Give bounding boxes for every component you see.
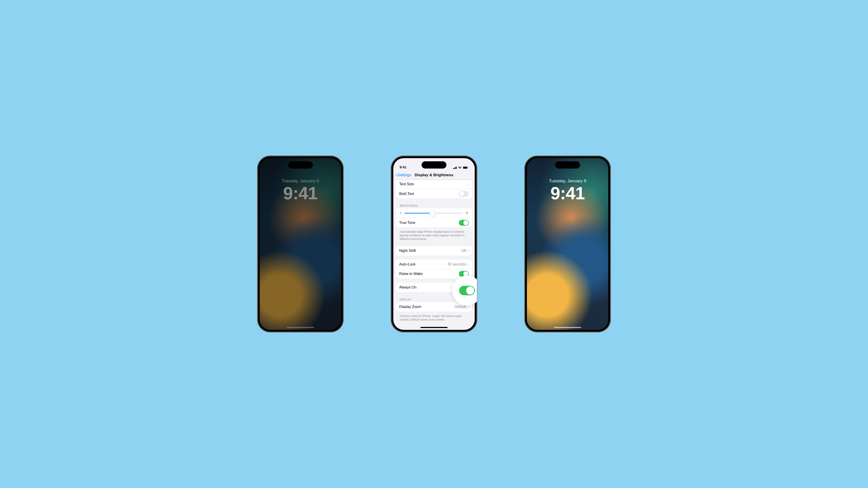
lockscreen-time: 9:41 xyxy=(527,183,608,203)
dynamic-island xyxy=(288,161,313,168)
chevron-left-icon: ‹ xyxy=(395,172,397,178)
row-brightness-slider[interactable]: ☀︎ ☀︎ xyxy=(396,208,472,218)
battery-icon xyxy=(463,166,468,169)
slider-thumb[interactable] xyxy=(430,210,435,216)
row-value: Default xyxy=(455,305,466,309)
row-value: 30 seconds xyxy=(447,262,466,266)
section-header-brightness: BRIGHTNESS xyxy=(396,202,472,208)
svg-rect-1 xyxy=(454,168,455,169)
lock-screen: 🔒 Tuesday, January 9 9:41 xyxy=(527,158,608,330)
home-indicator[interactable] xyxy=(287,327,314,328)
true-tone-footer: Automatically adapt iPhone display based… xyxy=(396,229,472,244)
cellular-icon xyxy=(453,166,457,169)
back-button[interactable]: ‹ Settings xyxy=(395,170,411,180)
row-label: Display Zoom xyxy=(399,305,455,309)
sun-high-icon: ☀︎ xyxy=(465,210,469,216)
status-indicators xyxy=(453,166,468,169)
always-on-toggle-highlight[interactable] xyxy=(459,286,475,295)
back-label: Settings xyxy=(397,173,411,177)
svg-rect-5 xyxy=(463,167,467,168)
lockscreen-time: 9:41 xyxy=(260,183,341,203)
home-indicator[interactable] xyxy=(554,327,581,328)
row-bold-text[interactable]: Bold Text xyxy=(396,189,472,198)
row-true-tone[interactable]: True Tone xyxy=(396,218,472,227)
svg-rect-3 xyxy=(456,166,457,169)
row-value: Off xyxy=(461,249,466,253)
lockscreen-date: Tuesday, January 9 xyxy=(260,178,341,184)
row-label: Raise to Wake xyxy=(399,272,459,276)
row-auto-lock[interactable]: Auto-Lock 30 seconds › xyxy=(396,260,472,269)
wifi-icon xyxy=(458,166,462,169)
page-title: Display & Brightness xyxy=(415,173,454,177)
row-label: Auto-Lock xyxy=(399,262,447,266)
row-text-size[interactable]: Text Size › xyxy=(396,180,472,189)
phone-lockscreen-dim: 🔒 Tuesday, January 9 9:41 xyxy=(257,156,343,332)
svg-rect-0 xyxy=(453,168,454,169)
dynamic-island xyxy=(422,161,446,168)
settings-list[interactable]: Text Size › Bold Text BRIGHTNESS ☀︎ xyxy=(393,180,475,330)
dynamic-island xyxy=(555,161,580,168)
chevron-right-icon: › xyxy=(467,248,469,253)
bold-text-toggle[interactable] xyxy=(459,191,469,197)
group-brightness: ☀︎ ☀︎ True Tone xyxy=(396,208,472,227)
true-tone-toggle[interactable] xyxy=(459,220,469,226)
row-label: Text Size xyxy=(399,182,467,186)
group-night-shift: Night Shift Off › xyxy=(396,246,472,256)
row-label: True Tone xyxy=(399,221,459,225)
brightness-slider[interactable]: ☀︎ ☀︎ xyxy=(399,210,469,216)
row-label: Night Shift xyxy=(399,249,461,253)
svg-rect-2 xyxy=(455,167,456,169)
slider-track[interactable] xyxy=(404,213,463,214)
row-label: Always On xyxy=(399,285,459,289)
sun-low-icon: ☀︎ xyxy=(399,211,402,215)
chevron-right-icon: › xyxy=(467,262,469,267)
group-text: Text Size › Bold Text xyxy=(396,180,472,198)
nav-bar: ‹ Settings Display & Brightness xyxy=(393,170,475,180)
row-night-shift[interactable]: Night Shift Off › xyxy=(396,246,472,256)
status-time: 9:41 xyxy=(400,165,406,169)
display-zoom-footer: Choose a view for iPhone. Larger Text sh… xyxy=(396,313,472,324)
group-lock: Auto-Lock 30 seconds › Raise to Wake xyxy=(396,260,472,279)
chevron-right-icon: › xyxy=(467,182,469,187)
phone-lockscreen-bright: 🔒 Tuesday, January 9 9:41 xyxy=(525,156,611,332)
home-indicator[interactable] xyxy=(421,327,447,328)
phone-settings: 9:41 ‹ Settings Display & Brightness Tex xyxy=(391,156,477,332)
row-label: Bold Text xyxy=(399,192,459,196)
lock-screen: 🔒 Tuesday, January 9 9:41 xyxy=(260,158,341,330)
lockscreen-date: Tuesday, January 9 xyxy=(527,178,608,184)
svg-rect-6 xyxy=(468,167,468,168)
